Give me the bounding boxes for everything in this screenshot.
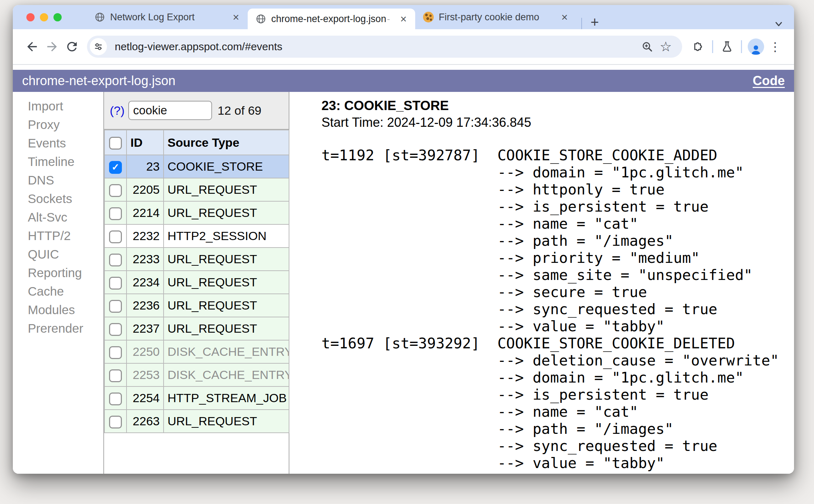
zoom-page-button[interactable] <box>638 37 656 56</box>
start-time-line: Start Time: 2024-12-09 17:34:36.845 <box>321 115 794 130</box>
row-checkbox[interactable] <box>109 230 122 243</box>
row-checkbox[interactable] <box>109 346 122 359</box>
row-checkbox[interactable] <box>109 184 122 197</box>
row-checkbox-cell: ✓ <box>104 155 127 178</box>
minimize-window-button[interactable] <box>40 13 48 21</box>
row-checkbox[interactable] <box>109 254 122 266</box>
sidebar-item-cache[interactable]: Cache <box>28 282 103 301</box>
row-checkbox[interactable]: ✓ <box>109 161 122 174</box>
selected-event-title: 23: COOKIE_STORE <box>321 98 794 114</box>
details-pane: 23: COOKIE_STORE Start Time: 2024-12-09 … <box>289 92 794 474</box>
sidebar-item-altsvc[interactable]: Alt-Svc <box>28 208 103 227</box>
table-row[interactable]: 2237URL_REQUEST <box>104 317 289 340</box>
fullscreen-window-button[interactable] <box>53 13 62 21</box>
sidebar-item-modules[interactable]: Modules <box>28 301 103 319</box>
row-checkbox[interactable] <box>109 207 122 220</box>
events-table-body: ✓23COOKIE_STORE2205URL_REQUEST2214URL_RE… <box>104 155 289 433</box>
sidebar-item-events[interactable]: Events <box>28 134 103 152</box>
tab-title: chrome-net-export-log.json- <box>271 14 393 25</box>
event-log: t=1192 [st=392787] COOKIE_STORE_COOKIE_A… <box>321 147 794 474</box>
experiments-button[interactable] <box>717 37 737 56</box>
filter-input[interactable] <box>128 101 212 120</box>
site-info-button[interactable] <box>90 38 107 55</box>
sidebar-item-sockets[interactable]: Sockets <box>28 189 103 208</box>
row-source-type: URL_REQUEST <box>164 294 289 317</box>
table-row[interactable]: 2253DISK_CACHE_ENTRY <box>104 363 289 386</box>
close-window-button[interactable] <box>26 13 35 21</box>
table-row[interactable]: 2263URL_REQUEST <box>104 410 289 433</box>
new-tab-button[interactable]: + <box>587 15 602 29</box>
row-checkbox[interactable] <box>109 416 122 428</box>
table-row[interactable]: ✓23COOKIE_STORE <box>104 155 289 178</box>
sidebar-item-proxy[interactable]: Proxy <box>28 115 103 134</box>
filter-count: 12 of 69 <box>218 104 262 118</box>
tab-strip: Network Log Export × chrome-net-export-l… <box>13 5 794 29</box>
netlog-viewer-page: chrome-net-export-log.json Code ImportPr… <box>13 65 794 474</box>
row-id: 2234 <box>127 271 164 294</box>
sidebar-item-prerender[interactable]: Prerender <box>28 319 103 338</box>
row-source-type: URL_REQUEST <box>164 317 289 340</box>
row-id: 2233 <box>127 248 164 271</box>
row-id: 2232 <box>127 224 164 248</box>
row-source-type: DISK_CACHE_ENTRY <box>164 363 289 386</box>
tune-icon <box>93 42 103 52</box>
back-button[interactable] <box>22 37 42 57</box>
tab-network-log-export[interactable]: Network Log Export × <box>87 5 248 29</box>
row-source-type: COOKIE_STORE <box>164 155 289 178</box>
window-controls <box>26 13 62 21</box>
close-tab-icon[interactable]: × <box>398 13 409 25</box>
menu-button[interactable]: ⋮ <box>766 37 785 56</box>
code-link[interactable]: Code <box>753 73 785 88</box>
row-checkbox[interactable] <box>109 369 122 382</box>
table-row[interactable]: 2214URL_REQUEST <box>104 201 289 224</box>
table-row[interactable]: 2234URL_REQUEST <box>104 271 289 294</box>
row-checkbox[interactable] <box>109 323 122 336</box>
sidebar-item-http2[interactable]: HTTP/2 <box>28 227 103 245</box>
tab-overflow-chevron[interactable] <box>773 19 784 29</box>
profile-button[interactable] <box>746 37 766 56</box>
row-checkbox-cell <box>104 317 127 340</box>
forward-button[interactable] <box>42 37 62 57</box>
puzzle-icon <box>691 40 705 53</box>
row-checkbox-cell <box>104 340 127 363</box>
star-icon: ☆ <box>660 40 672 53</box>
tab-first-party-cookie-demo[interactable]: First-party cookie demo × <box>415 5 576 29</box>
reload-button[interactable] <box>62 37 82 57</box>
select-all-checkbox[interactable] <box>109 137 122 150</box>
address-bar[interactable]: netlog-viewer.appspot.com/#events ☆ <box>87 36 682 58</box>
sidebar-item-import[interactable]: Import <box>28 97 103 115</box>
tab-title: First-party cookie demo <box>439 12 554 23</box>
close-tab-icon[interactable]: × <box>559 11 570 24</box>
row-checkbox-cell <box>104 178 127 201</box>
row-id: 2205 <box>127 178 164 201</box>
row-id: 2263 <box>127 410 164 433</box>
row-checkbox[interactable] <box>109 277 122 290</box>
table-row[interactable]: 2254HTTP_STREAM_JOB <box>104 386 289 410</box>
sidebar-item-reporting[interactable]: Reporting <box>28 264 103 282</box>
extensions-button[interactable] <box>689 37 708 56</box>
table-row[interactable]: 2232HTTP2_SESSION <box>104 224 289 248</box>
filter-help-link[interactable]: (?) <box>110 104 125 118</box>
row-source-type: HTTP_STREAM_JOB <box>164 386 289 410</box>
sidebar-item-dns[interactable]: DNS <box>28 171 103 189</box>
sidebar-nav: ImportProxyEventsTimelineDNSSocketsAlt-S… <box>13 92 103 474</box>
bookmark-button[interactable]: ☆ <box>656 37 675 56</box>
browser-window: Network Log Export × chrome-net-export-l… <box>13 5 794 474</box>
browser-toolbar: netlog-viewer.appspot.com/#events ☆ <box>13 29 794 65</box>
sidebar-item-timeline[interactable]: Timeline <box>28 152 103 171</box>
sidebar-item-quic[interactable]: QUIC <box>28 245 103 264</box>
row-id: 2214 <box>127 201 164 224</box>
close-tab-icon[interactable]: × <box>231 11 241 24</box>
tab-chrome-net-export-log[interactable]: chrome-net-export-log.json- × <box>248 9 415 29</box>
row-source-type: URL_REQUEST <box>164 178 289 201</box>
table-row[interactable]: 2233URL_REQUEST <box>104 248 289 271</box>
row-checkbox[interactable] <box>109 300 122 313</box>
row-source-type: HTTP2_SESSION <box>164 224 289 248</box>
table-row[interactable]: 2236URL_REQUEST <box>104 294 289 317</box>
row-checkbox[interactable] <box>109 393 122 405</box>
table-row[interactable]: 2250DISK_CACHE_ENTRY <box>104 340 289 363</box>
url-text[interactable]: netlog-viewer.appspot.com/#events <box>115 41 638 53</box>
table-row[interactable]: 2205URL_REQUEST <box>104 178 289 201</box>
events-table: ID Source Type ✓23COOKIE_STORE2205URL_RE… <box>104 130 289 433</box>
globe-icon <box>256 14 266 24</box>
